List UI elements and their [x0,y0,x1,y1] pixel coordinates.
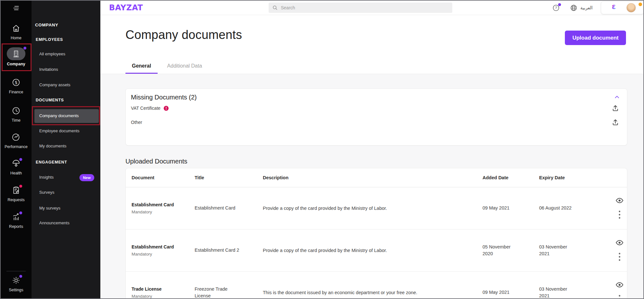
upload-missing-document-button[interactable] [612,118,619,126]
sidebar-item-performance[interactable]: Performance [1,133,32,149]
notification-dot [558,3,561,6]
upload-missing-document-button[interactable] [612,104,619,112]
eye-icon [616,282,623,288]
notification-dot [19,158,22,161]
sidebar-item-finance[interactable]: $ Finance [1,78,32,94]
column-header-document: Document [126,168,189,187]
expiry-date: 03 November 2021 [539,286,577,298]
global-search [269,3,452,13]
company-active-pill [7,47,25,60]
column-header-description: Description [257,168,477,187]
sidebar-item-company[interactable]: Company [1,47,32,66]
section-heading-engagement: ENGAGEMENT [36,160,67,164]
missing-document-label: Other [131,120,142,125]
document-name: Establishment Card [132,244,189,249]
reports-chart-icon [11,212,21,222]
sidebar-item-employee-documents[interactable]: Employee documents [39,128,79,134]
sidebar-item-requests[interactable]: Requests [1,186,32,202]
sidebar-item-insights[interactable]: Insights [39,174,54,181]
view-document-button[interactable] [616,239,623,246]
requests-clipboard-icon [11,186,21,195]
page-content: Missing Documents (2) VAT Certificate [100,74,643,298]
language-label[interactable]: العربية [580,5,593,10]
sidebar-item-settings[interactable]: Settings [1,276,32,292]
kebab-menu-icon [619,210,621,219]
rail-label: Requests [1,198,32,202]
sidebar-item-my-documents[interactable]: My documents [39,143,67,149]
tab-additional-data[interactable]: Additional Data [161,63,209,74]
sidebar-item-company-documents[interactable]: Company documents [39,113,79,119]
missing-document-row: VAT Certificate [131,101,621,115]
search-input[interactable] [269,3,452,13]
eye-icon [616,239,623,246]
collapse-section-button[interactable] [614,95,620,100]
missing-document-row: Other [131,115,621,129]
help-button[interactable]: ? [552,4,560,12]
added-date: 09 May 2021 [483,205,520,211]
row-menu-button[interactable] [619,295,621,298]
upload-document-button[interactable]: Upload document [565,31,626,45]
sidebar-item-announcements[interactable]: Announcements [39,220,69,226]
user-account-card[interactable]: Ɛ [601,1,644,14]
document-name: Establishment Card [132,202,189,207]
notification-dot [639,3,642,6]
sidebar-item-reports[interactable]: Reports [1,212,32,229]
rail-label: Reports [1,224,32,229]
table-row: Trade License Mandatory Freezone Trade L… [126,271,627,298]
sidebar-item-invitations[interactable]: Invitations [39,66,58,73]
notification-dot [23,47,26,50]
document-description: Provide a copy of the card provided by t… [257,187,477,229]
kebab-menu-icon [619,295,621,298]
main-area: BAYZAT ? العربية Ɛ [100,1,643,298]
company-logo: Ɛ [609,4,619,12]
rail-label: Performance [1,145,32,149]
kebab-menu-icon [619,253,621,261]
row-actions [613,282,627,298]
uploaded-documents-table: Document Title Description Added Date Ex… [125,168,627,298]
home-icon [11,24,21,33]
table-header-row: Document Title Description Added Date Ex… [126,168,627,187]
chevron-up-icon [614,95,620,99]
sidebar-item-health[interactable]: Health [1,159,32,175]
sidebar-item-company-assets[interactable]: Company assets [39,82,70,88]
document-description: This is the document issued by an econom… [257,271,477,298]
notification-dot [19,275,22,278]
added-date: 05 November 2020 [483,244,520,257]
missing-documents-card: Missing Documents (2) VAT Certificate [125,89,627,145]
globe-icon [570,4,577,12]
rail-label: Time [1,118,32,123]
sidebar-item-time[interactable]: Time [1,106,32,123]
document-title: Establishment Card 2 [195,247,240,254]
column-header-added-date: Added Date [477,168,533,187]
search-icon [272,5,278,11]
language-globe-button[interactable] [570,4,578,12]
sidebar-item-all-employees[interactable]: All employees [39,51,65,57]
missing-document-name: VAT Certificate [131,106,169,111]
section-heading-documents: DOCUMENTS [36,98,64,102]
bayzat-logo[interactable]: BAYZAT [109,3,143,12]
rail-label: Company [1,62,32,66]
tab-general[interactable]: General [125,63,158,74]
building-icon [12,50,20,58]
table-row: Establishment Card Mandatory Establishme… [126,229,627,271]
sidebar-item-surveys[interactable]: Surveys [39,189,54,196]
sidebar-item-home[interactable]: Home [1,24,32,40]
rail-label: Health [1,171,32,175]
sidebar-item-my-surveys[interactable]: My surveys [39,205,60,211]
hamburger-menu-button[interactable] [1,4,32,14]
view-document-button[interactable] [616,197,623,204]
view-document-button[interactable] [616,282,623,288]
row-menu-button[interactable] [619,253,621,261]
hamburger-icon [11,4,21,14]
new-badge: New [79,174,94,181]
row-menu-button[interactable] [619,210,621,219]
tab-bar: General Additional Data [125,63,208,74]
row-actions [613,239,627,261]
performance-target-icon [11,133,21,142]
upload-icon [612,104,619,112]
page-header: Company documents Upload document Genera… [100,15,643,74]
user-avatar[interactable] [626,3,636,13]
missing-documents-title: Missing Documents (2) [131,94,621,101]
document-description: Provide a copy of the card provided by t… [257,229,477,271]
warning-icon [163,106,169,111]
